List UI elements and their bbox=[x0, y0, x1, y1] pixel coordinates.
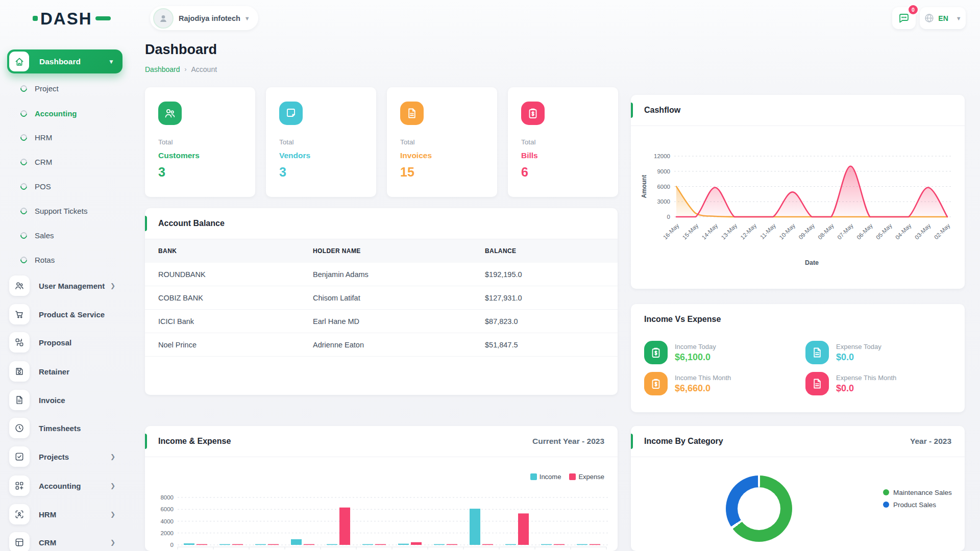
sidebar-item-user-management[interactable]: User Management❯ bbox=[0, 274, 129, 297]
language-label: EN bbox=[938, 14, 948, 22]
column-header-holder: HOLDER NAME bbox=[313, 247, 485, 255]
svg-text:6000: 6000 bbox=[657, 184, 670, 190]
bullet-icon bbox=[19, 133, 28, 142]
notification-badge: 0 bbox=[908, 4, 919, 15]
sidebar-item-label: Sales bbox=[35, 231, 54, 240]
sidebar-item-label: HRM bbox=[39, 510, 56, 519]
sidebar-item-timesheets[interactable]: Timesheets bbox=[0, 416, 129, 440]
year-label: Year - 2023 bbox=[910, 437, 951, 446]
sidebar-item-projects[interactable]: Projects❯ bbox=[0, 445, 129, 468]
income-vs-expense-panel: Income Vs Expense Income Today$6,100.0Ex… bbox=[631, 304, 965, 412]
column-header-bank: BANK bbox=[158, 247, 313, 255]
table-row: Noel PrinceAdrienne Eaton$51,847.5 bbox=[145, 333, 618, 357]
sidebar-item-label: CRM bbox=[35, 158, 52, 166]
chevron-down-icon: ▼ bbox=[108, 58, 114, 65]
bank-cell: ICICI Bank bbox=[158, 317, 313, 325]
svg-text:03-May: 03-May bbox=[914, 222, 932, 241]
stat-card-top-label: Total bbox=[158, 138, 173, 146]
clock-icon bbox=[9, 418, 30, 438]
svg-text:16-May: 16-May bbox=[662, 222, 680, 241]
chevron-right-icon: ❯ bbox=[110, 453, 115, 460]
ive-label: Expense This Month bbox=[836, 374, 896, 382]
svg-text:04-May: 04-May bbox=[894, 222, 913, 241]
sidebar-item-product-service[interactable]: Product & Service bbox=[0, 303, 129, 326]
sidebar-item-accounting[interactable]: Accounting❯ bbox=[0, 474, 129, 497]
stat-card-label: Invoices bbox=[400, 151, 432, 160]
ive-label: Income Today bbox=[675, 343, 716, 350]
sidebar-item-invoice[interactable]: Invoice bbox=[0, 388, 129, 412]
dashboard-page: DASH Rajodiya infotech ▼ 0 EN ▼ Dashboar… bbox=[0, 0, 980, 551]
breadcrumb-link-dashboard[interactable]: Dashboard bbox=[145, 65, 180, 73]
globe-icon bbox=[924, 13, 935, 23]
sidebar-item-hrm[interactable]: HRM bbox=[0, 125, 129, 149]
file-icon bbox=[400, 102, 424, 125]
breadcrumb-separator-icon: › bbox=[185, 66, 187, 73]
svg-text:12-May: 12-May bbox=[740, 222, 758, 241]
file-icon bbox=[9, 390, 30, 410]
svg-text:2000: 2000 bbox=[160, 530, 174, 536]
sidebar-item-label: Projects bbox=[39, 453, 69, 461]
table-header: BANK HOLDER NAME BALANCE bbox=[145, 239, 618, 263]
language-selector[interactable]: EN ▼ bbox=[920, 7, 966, 29]
sidebar-item-proposal[interactable]: Proposal bbox=[0, 331, 129, 354]
users-icon bbox=[9, 276, 30, 296]
cashflow-chart: 12000900060003000016-May15-May14-May13-M… bbox=[631, 126, 965, 289]
bullet-icon bbox=[19, 109, 28, 118]
sidebar-item-dashboard[interactable]: Dashboard ▼ bbox=[7, 49, 122, 73]
legend-item-product-sales: Product Sales bbox=[883, 498, 952, 511]
holder-cell: Chisom Latifat bbox=[313, 294, 485, 302]
ive-value: $6,660.0 bbox=[675, 383, 731, 394]
balance-cell: $87,823.0 bbox=[485, 317, 618, 325]
holder-cell: Adrienne Eaton bbox=[313, 341, 485, 349]
sidebar-item-rotas[interactable]: Rotas bbox=[0, 247, 129, 272]
sidebar-item-pos[interactable]: POS bbox=[0, 174, 129, 198]
accent-bar bbox=[145, 216, 147, 231]
sidebar-item-project[interactable]: Project bbox=[0, 76, 129, 101]
scan-user-icon bbox=[9, 504, 30, 524]
bullet-icon bbox=[19, 84, 28, 93]
stat-card-top-label: Total bbox=[400, 138, 415, 146]
panel-title: Income & Expense bbox=[158, 437, 231, 446]
svg-text:15-May: 15-May bbox=[681, 222, 700, 241]
sidebar-item-label: User Management bbox=[39, 282, 105, 290]
svg-text:3000: 3000 bbox=[657, 198, 670, 205]
sidebar-item-label: Dashboard bbox=[39, 57, 81, 66]
stat-card-top-label: Total bbox=[521, 138, 536, 146]
grid-plus-icon bbox=[9, 475, 30, 496]
chevron-right-icon: ❯ bbox=[110, 482, 115, 489]
svg-text:0: 0 bbox=[667, 214, 670, 220]
sidebar-item-hrm[interactable]: HRM❯ bbox=[0, 503, 129, 526]
notifications-button[interactable]: 0 bbox=[892, 7, 916, 29]
svg-text:12000: 12000 bbox=[654, 153, 670, 159]
sidebar-item-crm[interactable]: CRM❯ bbox=[0, 531, 129, 551]
proposal-icon bbox=[9, 332, 30, 353]
sidebar-item-label: Support Tickets bbox=[35, 207, 87, 215]
sidebar-item-accounting[interactable]: Accounting bbox=[0, 101, 129, 126]
table-row: ROUNDBANKBenjamin Adams$192,195.0 bbox=[145, 263, 618, 286]
chevron-right-icon: ❯ bbox=[110, 539, 115, 546]
user-menu[interactable]: Rajodiya infotech ▼ bbox=[150, 6, 258, 30]
chevron-down-icon: ▼ bbox=[244, 15, 250, 21]
svg-text:4000: 4000 bbox=[160, 518, 174, 524]
stat-card-vendors: TotalVendors3 bbox=[266, 87, 376, 197]
svg-text:Amount: Amount bbox=[641, 175, 648, 198]
balance-cell: $51,847.5 bbox=[485, 341, 618, 349]
chevron-right-icon: ❯ bbox=[110, 282, 115, 289]
sidebar-item-retainer[interactable]: Retainer bbox=[0, 360, 129, 383]
stat-card-label: Customers bbox=[158, 151, 200, 160]
doc-note-icon bbox=[279, 102, 303, 125]
svg-text:8000: 8000 bbox=[160, 494, 174, 500]
sidebar-item-crm[interactable]: CRM bbox=[0, 149, 129, 174]
accent-bar bbox=[631, 434, 633, 449]
stat-card-invoices: TotalInvoices15 bbox=[387, 87, 497, 197]
sidebar-item-sales[interactable]: Sales bbox=[0, 223, 129, 247]
donut-chart bbox=[726, 475, 792, 542]
svg-text:07-May: 07-May bbox=[836, 222, 854, 241]
ive-value: $6,100.0 bbox=[675, 352, 716, 363]
legend-label: Product Sales bbox=[893, 501, 936, 509]
svg-text:02-May: 02-May bbox=[933, 222, 951, 241]
bank-cell: ROUNDBANK bbox=[158, 270, 313, 279]
ive-label: Expense Today bbox=[836, 343, 881, 350]
bullet-icon bbox=[19, 157, 28, 166]
sidebar-item-support-tickets[interactable]: Support Tickets bbox=[0, 198, 129, 223]
